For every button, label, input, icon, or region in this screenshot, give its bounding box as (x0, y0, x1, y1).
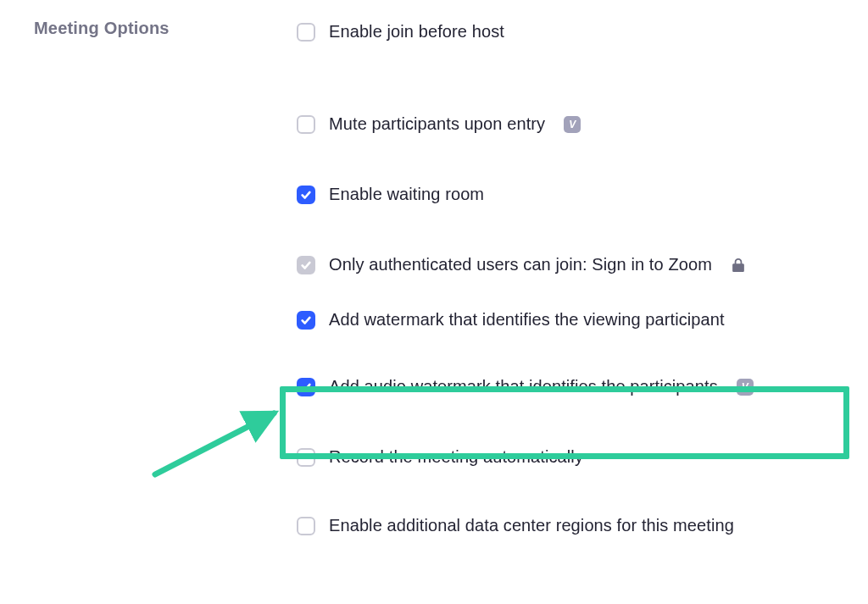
section-label-column: Meeting Options (34, 19, 297, 535)
checkbox-wrap (297, 115, 315, 134)
checkbox-wrap (297, 23, 315, 42)
option-mute-on-entry[interactable]: Mute participants upon entry (297, 114, 868, 134)
option-label: Enable waiting room (329, 185, 484, 204)
checkbox-wrap (297, 378, 315, 396)
checkbox-wrap (297, 186, 315, 204)
option-label: Add watermark that identifies the viewin… (329, 310, 725, 330)
checkbox-wrap (297, 311, 315, 330)
lock-icon (732, 258, 744, 272)
checkbox[interactable] (297, 23, 315, 42)
info-icon[interactable] (737, 379, 754, 396)
checkbox[interactable] (297, 186, 315, 204)
option-label: Add audio watermark that identifies the … (329, 377, 718, 396)
checkbox-wrap (297, 256, 315, 274)
checkbox[interactable] (297, 311, 315, 330)
checkbox[interactable] (297, 448, 315, 467)
info-icon[interactable] (564, 116, 581, 133)
option-record-auto[interactable]: Record the meeting automatically (297, 447, 868, 467)
option-label: Record the meeting automatically (329, 447, 583, 467)
checkbox-wrap (297, 517, 315, 535)
option-watermark-viewing[interactable]: Add watermark that identifies the viewin… (297, 310, 868, 330)
checkbox[interactable] (297, 378, 315, 396)
option-label: Only authenticated users can join: Sign … (329, 255, 712, 274)
section-label: Meeting Options (34, 19, 297, 38)
option-authenticated-users: Only authenticated users can join: Sign … (297, 255, 868, 274)
checkbox[interactable] (297, 115, 315, 134)
option-label: Enable join before host (329, 22, 504, 42)
option-label: Mute participants upon entry (329, 114, 545, 134)
options-list: Enable join before host Mute participant… (297, 19, 868, 535)
checkbox (297, 256, 315, 274)
option-join-before-host[interactable]: Enable join before host (297, 22, 868, 42)
meeting-options-section: Meeting Options Enable join before host … (0, 0, 868, 535)
option-data-center-regions[interactable]: Enable additional data center regions fo… (297, 516, 868, 535)
option-label: Enable additional data center regions fo… (329, 516, 734, 535)
checkbox[interactable] (297, 517, 315, 535)
checkbox-wrap (297, 448, 315, 467)
option-audio-watermark[interactable]: Add audio watermark that identifies the … (297, 377, 868, 396)
option-waiting-room[interactable]: Enable waiting room (297, 185, 868, 204)
